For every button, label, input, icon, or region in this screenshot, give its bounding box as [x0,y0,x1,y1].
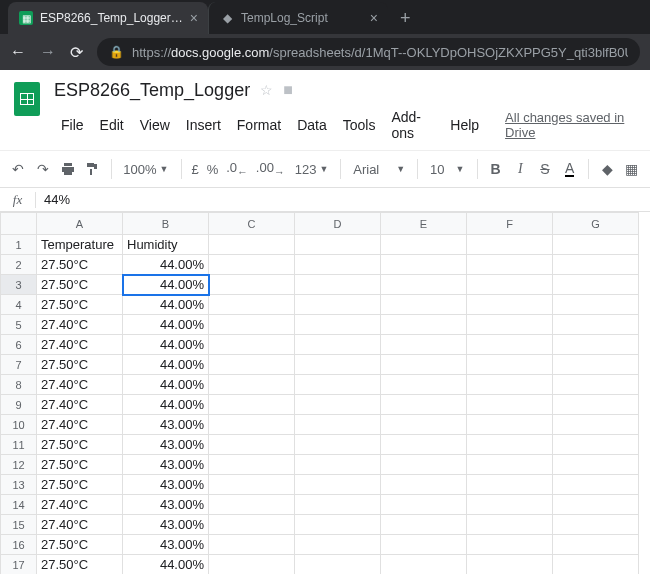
cell[interactable] [467,475,553,495]
cell[interactable] [295,555,381,575]
cell[interactable] [295,275,381,295]
column-header[interactable]: E [381,213,467,235]
cell[interactable] [467,555,553,575]
menu-addons[interactable]: Add-ons [384,106,441,144]
bold-button[interactable]: B [485,157,506,181]
cell[interactable] [467,495,553,515]
formula-input[interactable]: 44% [36,192,70,207]
cell[interactable] [209,535,295,555]
cell[interactable] [381,235,467,255]
cell[interactable] [553,375,639,395]
cell[interactable] [467,315,553,335]
back-button[interactable]: ← [10,43,26,61]
cell[interactable]: 44.00% [123,335,209,355]
menu-help[interactable]: Help [443,114,486,136]
menu-format[interactable]: Format [230,114,288,136]
cell[interactable] [381,275,467,295]
cell[interactable] [209,375,295,395]
row-header[interactable]: 5 [1,315,37,335]
folder-icon[interactable]: ■ [283,81,293,99]
zoom-dropdown[interactable]: 100%▼ [119,162,172,177]
cell[interactable]: 43.00% [123,535,209,555]
row-header[interactable]: 1 [1,235,37,255]
cell[interactable]: 27.50°C [37,555,123,575]
cell[interactable] [295,415,381,435]
row-header[interactable]: 2 [1,255,37,275]
cell[interactable] [381,255,467,275]
italic-button[interactable]: I [510,157,531,181]
cell[interactable]: 27.50°C [37,255,123,275]
menu-view[interactable]: View [133,114,177,136]
menu-file[interactable]: File [54,114,91,136]
cell[interactable] [381,555,467,575]
row-header[interactable]: 13 [1,475,37,495]
cell[interactable] [553,315,639,335]
cell[interactable]: 44.00% [123,275,209,295]
cell[interactable]: 27.50°C [37,435,123,455]
text-color-button[interactable]: A [559,157,580,181]
cell[interactable] [467,375,553,395]
cell[interactable] [295,455,381,475]
cell[interactable] [295,335,381,355]
number-format-dropdown[interactable]: 123▼ [291,162,333,177]
cell[interactable] [381,495,467,515]
cell[interactable] [553,535,639,555]
cell[interactable] [467,435,553,455]
cell[interactable] [381,315,467,335]
cell[interactable]: 44.00% [123,255,209,275]
row-header[interactable]: 12 [1,455,37,475]
cell[interactable] [295,435,381,455]
cell[interactable] [553,515,639,535]
cell[interactable]: 27.40°C [37,375,123,395]
cell[interactable] [209,415,295,435]
cell[interactable] [295,235,381,255]
row-header[interactable]: 16 [1,535,37,555]
cell[interactable]: 44.00% [123,355,209,375]
column-header[interactable]: B [123,213,209,235]
row-header[interactable]: 9 [1,395,37,415]
cell[interactable] [467,515,553,535]
cell[interactable]: 43.00% [123,495,209,515]
column-header[interactable]: D [295,213,381,235]
save-status[interactable]: All changes saved in Drive [498,107,638,143]
row-header[interactable]: 14 [1,495,37,515]
percent-button[interactable]: % [205,162,221,177]
close-icon[interactable]: × [370,10,378,26]
cell[interactable] [209,315,295,335]
cell[interactable] [467,235,553,255]
cell[interactable] [209,235,295,255]
star-icon[interactable]: ☆ [260,82,273,98]
cell[interactable]: 44.00% [123,295,209,315]
cell[interactable] [381,455,467,475]
cell[interactable]: 27.50°C [37,275,123,295]
row-header[interactable]: 15 [1,515,37,535]
cell[interactable]: Temperature [37,235,123,255]
corner-select-all[interactable] [1,213,37,235]
cell[interactable]: 44.00% [123,395,209,415]
browser-tab-inactive[interactable]: ◆ TempLog_Script × [208,2,388,34]
spreadsheet-grid[interactable]: ABCDEFG1TemperatureHumidity227.50°C44.00… [0,212,650,574]
cell[interactable]: 44.00% [123,555,209,575]
undo-button[interactable]: ↶ [8,157,29,181]
cell[interactable] [209,395,295,415]
cell[interactable] [553,275,639,295]
cell[interactable]: 27.40°C [37,415,123,435]
reload-button[interactable]: ⟳ [70,43,83,62]
cell[interactable] [553,455,639,475]
forward-button[interactable]: → [40,43,56,61]
cell[interactable]: 27.50°C [37,455,123,475]
cell[interactable] [381,355,467,375]
cell[interactable] [467,295,553,315]
cell[interactable] [295,355,381,375]
cell[interactable] [467,455,553,475]
cell[interactable] [381,535,467,555]
print-button[interactable] [57,157,78,181]
cell[interactable] [209,355,295,375]
row-header[interactable]: 3 [1,275,37,295]
cell[interactable] [209,255,295,275]
new-tab-button[interactable]: + [388,2,423,34]
cell[interactable] [209,275,295,295]
cell[interactable] [295,475,381,495]
url-input[interactable]: 🔒 https://docs.google.com/spreadsheets/d… [97,38,640,66]
row-header[interactable]: 11 [1,435,37,455]
